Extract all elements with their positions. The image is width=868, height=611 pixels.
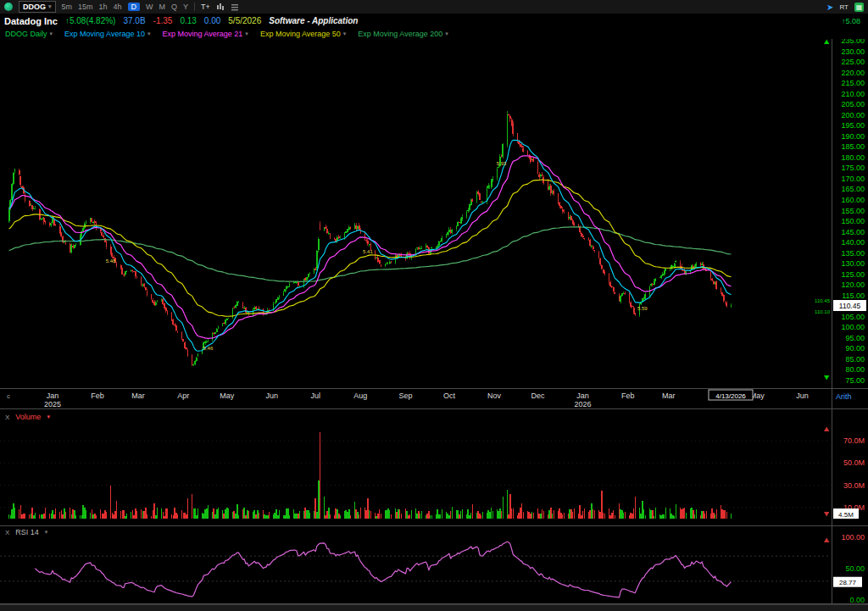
chart-canvas[interactable]: 5.485.465.415.935.59235.00230.00225.0022… [0,0,868,611]
svg-text:80.00: 80.00 [845,365,865,374]
legend-ema50-label: Exp Moving Average 50 [260,30,341,38]
rsi-panel-title[interactable]: RSI 14 [15,528,39,536]
volume-panel-header: X Volume ▾ [5,413,50,421]
legend-ema50[interactable]: Exp Moving Average 50 ▾ [260,30,346,38]
stat-value-red: -1.35 [153,16,173,25]
sector-label: Software - Application [269,16,358,25]
timeframe-5m[interactable]: 5m [62,3,73,11]
svg-text:5.48: 5.48 [106,258,116,264]
timeframe-monthly[interactable]: M [159,3,166,11]
legend-ema21[interactable]: Exp Moving Average 21 ▾ [162,30,248,38]
price-change: ↑5.08(4.82%) [65,16,115,25]
svg-text:28.77: 28.77 [839,579,857,586]
close-panel-button[interactable]: X [5,414,9,421]
svg-text:110.45: 110.45 [839,302,861,310]
price-axis[interactable]: 235.00230.00225.00220.00215.00210.00205.… [824,36,865,385]
chevron-down-icon: ▾ [48,3,52,10]
svg-text:190.00: 190.00 [841,132,865,141]
legend-ema200-label: Exp Moving Average 200 [358,30,442,38]
stat-value-blue: 0.00 [204,16,220,25]
chevron-down-icon: ▾ [50,31,53,37]
svg-text:Arith: Arith [836,392,852,401]
chart-svg: 5.485.465.415.935.59235.00230.00225.0022… [0,0,868,611]
svg-text:Dec: Dec [531,392,545,400]
svg-text:90.00: 90.00 [845,344,865,353]
legend-ema21-label: Exp Moving Average 21 [162,30,242,38]
symbol-info-bar: Datadog Inc ↑5.08(4.82%) 37.0B -1.35 0.1… [0,14,868,28]
svg-text:Feb: Feb [91,392,104,400]
charting-app-window: 5.485.465.415.935.59235.00230.00225.0022… [0,0,868,611]
timeframe-quarterly[interactable]: Q [171,3,177,11]
indicator-list-icon[interactable] [231,3,239,11]
svg-text:225.00: 225.00 [841,58,865,66]
volume-panel-title[interactable]: Volume [15,413,41,421]
svg-text:70.0M: 70.0M [843,436,865,445]
svg-text:Apr: Apr [177,392,189,400]
svg-text:120.00: 120.00 [841,281,865,289]
chevron-down-icon: ▾ [45,529,48,536]
timeframe-1h[interactable]: 1h [99,3,108,11]
svg-text:100.00: 100.00 [841,323,865,331]
svg-text:50.00: 50.00 [845,564,865,573]
legend-ema10[interactable]: Exp Moving Average 10 ▾ [64,30,150,38]
earnings-markers: 5.485.465.415.935.59 [106,161,648,351]
svg-text:150.00: 150.00 [841,217,865,225]
send-icon[interactable]: ➤ [826,3,833,12]
chevron-down-icon: ▾ [245,31,248,37]
svg-text:2026: 2026 [575,400,592,408]
svg-text:5.59: 5.59 [637,306,648,311]
svg-text:75.00: 75.00 [845,376,865,385]
rsi-axis[interactable]: 100.0050.000.0028.77 [824,533,865,604]
rsi-line [35,542,731,597]
chevron-down-icon: ▾ [147,31,151,37]
top-toolbar: DDOG ▾ 5m 15m 1h 4h D W M Q Y T+ ➤ RT ▦ [0,0,868,14]
svg-text:Nov: Nov [487,392,502,400]
symbol-selector[interactable]: DDOG ▾ [19,1,56,13]
svg-text:Aug: Aug [353,392,367,400]
layout-grid-icon[interactable]: ▦ [854,3,864,12]
realtime-badge: RT [839,3,849,11]
svg-text:Jun: Jun [796,392,809,400]
svg-text:Sep: Sep [398,392,412,400]
volume-bars [8,432,732,519]
timeframe-15m[interactable]: 15m [78,3,93,11]
svg-text:140.00: 140.00 [841,238,865,247]
candlestick-style-icon[interactable] [216,3,225,11]
svg-text:5.93: 5.93 [497,161,507,166]
timeframe-yearly[interactable]: Y [183,3,188,11]
svg-text:160.00: 160.00 [841,196,865,204]
svg-text:Oct: Oct [443,392,456,400]
svg-text:50.0M: 50.0M [843,458,865,467]
legend-main-label: DDOG Daily [5,30,47,38]
svg-text:Jun: Jun [266,392,279,400]
legend-ema200[interactable]: Exp Moving Average 200 ▾ [358,30,448,38]
date-axis[interactable]: Jan2025FebMarAprMayJunJulAugSepOctNovDec… [7,390,852,408]
toolbar-divider [194,3,195,11]
svg-text:170.00: 170.00 [841,175,865,183]
svg-text:165.00: 165.00 [841,185,865,193]
svg-text:220.00: 220.00 [841,69,865,77]
svg-text:5.46: 5.46 [203,346,214,351]
volume-axis[interactable]: 70.0M50.0M30.0M10.0M4.5M [824,427,865,519]
svg-text:95.00: 95.00 [845,334,865,342]
trade-plus-button[interactable]: T+ [201,3,210,11]
svg-text:125.00: 125.00 [841,270,865,279]
svg-text:230.00: 230.00 [841,47,865,56]
market-cap: 37.0B [123,16,145,25]
svg-text:100.00: 100.00 [841,533,865,542]
symbol-label: DDOG [23,3,46,11]
chevron-down-icon: ▾ [343,31,347,37]
chevron-down-icon: ▾ [47,414,50,420]
timeframe-daily[interactable]: D [128,3,141,11]
indicator-legend: DDOG Daily ▾ Exp Moving Average 10 ▾ Exp… [0,28,868,39]
svg-text:May: May [220,392,235,400]
earnings-date: 5/5/2026 [228,16,261,25]
rsi-panel-header: X RSI 14 ▾ [5,528,47,536]
close-panel-button[interactable]: X [5,529,9,536]
timeframe-4h[interactable]: 4h [114,3,122,11]
timeframe-weekly[interactable]: W [146,3,153,11]
legend-main-series[interactable]: DDOG Daily ▾ [5,30,53,38]
svg-text:Jan: Jan [576,392,589,400]
app-logo-icon[interactable] [4,3,13,11]
svg-text:155.00: 155.00 [841,207,865,215]
